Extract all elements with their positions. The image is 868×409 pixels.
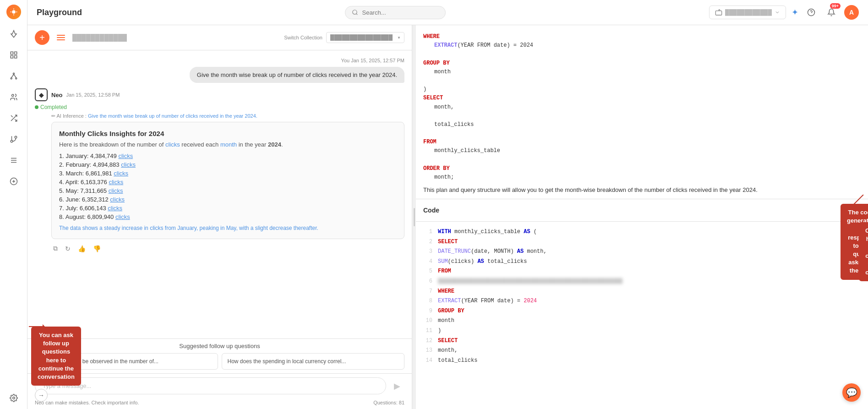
chat-input-area: ▶ [27,373,412,398]
svg-point-7 [15,78,16,79]
list-item: 2. February: 4,894,883 clicks [59,161,397,168]
workspace-label: ████████████ [725,9,772,16]
insights-card: Monthly Clicks Insights for 2024 Here is… [51,122,404,239]
chat-title: ████████████ [72,34,127,41]
chevron-down-icon [775,10,780,15]
svg-point-23 [12,397,15,399]
sidebar-item-branch[interactable] [7,133,20,146]
suggested-questions: Suggested follow up questions What trend… [27,338,412,373]
code-line: 7WHERE [423,287,861,297]
refresh-action-button[interactable]: ↻ [63,244,72,253]
svg-rect-26 [715,11,721,15]
svg-point-24 [353,10,357,14]
bottom-arrow-button[interactable]: → [35,389,48,402]
menu-icon[interactable] [55,33,67,42]
svg-point-16 [11,140,13,142]
add-chat-button[interactable]: + [35,30,49,45]
code-line: 13month, [423,346,861,356]
code-line: 5FROM [423,267,861,277]
thumbsup-action-button[interactable]: 👍 [76,244,87,253]
search-icon [352,9,358,16]
code-section-header: Code [416,199,868,222]
sparkle-icon[interactable]: ✦ [792,7,798,17]
list-item: 6. June: 6,352,312 clicks [59,196,397,203]
bell-icon [827,8,835,16]
list-item: 3. March: 6,861,981 clicks [59,170,397,177]
code-plan-section: WHERE EXTRACT(YEAR FROM date) = 2024 GRO… [416,25,868,199]
insights-list: 1. January: 4,384,749 clicks 2. February… [59,153,397,220]
chat-footer: Neo can make mistakes. Check important i… [27,398,412,409]
footer-disclaimer: Neo can make mistakes. Check important i… [35,400,139,405]
code-line: 1WITH monthly_clicks_table AS ( [423,227,861,237]
code-line: 4SUM(clicks) AS total_clicks [423,257,861,267]
plan-text: This plan and query structure will allow… [423,185,861,195]
svg-point-15 [15,136,17,138]
svg-line-8 [11,74,13,78]
collection-select[interactable]: ████████████████ [326,32,404,43]
insights-footer: The data shows a steady increase in clic… [59,225,397,231]
user-avatar[interactable]: A [844,5,859,20]
neo-name: Neo [51,92,63,98]
ai-inference-label: AI Inference [56,113,83,119]
send-button[interactable]: ▶ [390,379,404,393]
code-section: Code 1WITH monthly_clicks_table AS ( 2SE… [416,199,868,409]
sidebar-item-shuffle[interactable] [7,112,20,125]
suggested-btn-2[interactable]: How does the spending in local currency … [222,353,405,370]
neo-status-text: Completed [40,104,67,110]
sidebar-item-grid[interactable] [7,49,20,61]
chat-panel: + ████████████ Switch Collection ███████… [27,25,412,409]
sidebar-item-add-circle[interactable] [7,175,20,188]
sidebar-item-users[interactable] [7,91,20,104]
chat-bubble-button[interactable]: 💬 [842,383,861,402]
workspace-selector[interactable]: ████████████ [709,5,786,19]
code-panel: WHERE EXTRACT(YEAR FROM date) = 2024 GRO… [416,25,868,409]
svg-rect-4 [14,56,16,58]
copy-action-button[interactable]: ⧉ [51,244,60,253]
message-actions: ⧉ ↻ 👍 👎 [51,244,404,253]
sidebar-item-list[interactable] [7,154,20,167]
search-input[interactable] [362,9,431,16]
user-message-meta: You Jan 15, 2025, 12:57 PM [341,58,404,63]
code-line: 8EXTRACT(YEAR FROM date) = 2024 [423,296,861,306]
list-item: 7. July: 6,606,143 clicks [59,205,397,212]
svg-line-25 [356,14,358,15]
user-message: Give the month wise break up of number o… [190,67,404,83]
neo-message: ◆ Neo Jan 15, 2025, 12:58 PM Completed ✏… [35,88,404,253]
notification-button[interactable]: 99+ [824,5,839,20]
footer-questions-count: Questions: 81 [373,400,404,405]
code-line: 3DATE_TRUNC(date, MONTH) AS month, [423,247,861,257]
list-item: 4. April: 6,163,376 clicks [59,179,397,185]
plan-code-block: WHERE EXTRACT(YEAR FROM date) = 2024 GRO… [423,33,861,182]
neo-time: Jan 15, 2025, 12:58 PM [66,92,120,98]
suggested-label: Suggested follow up questions [35,343,404,349]
suggested-btns: What trends can be observed in the numbe… [35,353,404,370]
code-line: 6███████████████████████████████████████… [423,277,861,287]
chat-input[interactable] [35,377,386,394]
code-line: 12SELECT [423,336,861,346]
sidebar [0,0,27,409]
svg-rect-3 [11,56,13,58]
thumbsdown-action-button[interactable]: 👎 [91,244,103,253]
sidebar-item-settings[interactable] [7,392,20,404]
svg-point-0 [12,10,16,14]
help-button[interactable] [804,5,819,20]
svg-line-9 [14,74,16,78]
panel-divider [412,25,416,409]
app-logo [6,5,21,19]
sidebar-item-rocket[interactable] [7,27,20,40]
svg-point-5 [13,73,14,74]
insights-title: Monthly Clicks Insights for 2024 [59,130,397,137]
list-item: 5. May: 7,311,665 clicks [59,187,397,194]
search-bar[interactable] [345,6,446,19]
code-section-title: Code [423,207,439,214]
help-icon [807,8,815,16]
svg-rect-2 [14,52,16,54]
code-line: 2SELECT [423,237,861,247]
sidebar-item-network[interactable] [7,70,20,82]
switch-collection-area: Switch Collection ████████████████ [284,32,404,43]
top-header: Playground ████████████ ✦ 99+ [27,0,868,25]
code-line: 9GROUP BY [423,306,861,316]
code-line: 11) [423,326,861,336]
notification-badge-count: 99+ [830,3,841,9]
switch-collection-label: Switch Collection [284,35,322,40]
